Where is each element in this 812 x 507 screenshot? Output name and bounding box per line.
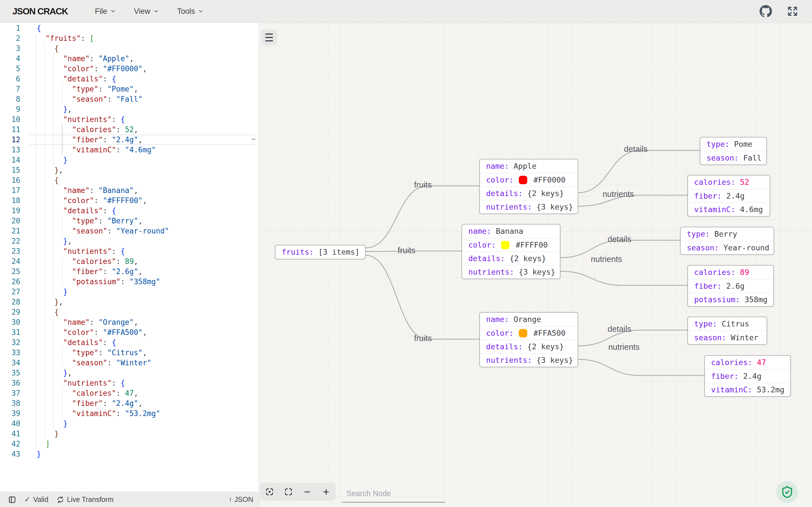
graph-node-apple-details[interactable]: type: Pomeseason: Fall: [700, 137, 767, 165]
code-line-26[interactable]: 26 "potassium": "358mg": [0, 277, 259, 287]
code-line-15[interactable]: 15 },: [0, 165, 259, 175]
code-line-27[interactable]: 27 }: [0, 287, 259, 297]
code-line-37[interactable]: 37 "calories": 47,: [0, 388, 259, 398]
graph-node-orange-details[interactable]: type: Citrusseason: Winter: [688, 317, 767, 345]
code-line-6[interactable]: 6 "details": {: [0, 74, 259, 84]
node-row: vitaminC: 53.2mg: [705, 383, 790, 396]
line-number: 34: [0, 358, 20, 368]
node-row: name: Apple: [480, 159, 578, 173]
code-text: "calories": 52,: [37, 124, 138, 135]
code-line-21[interactable]: 21 "season": "Year-round": [0, 226, 259, 236]
node-key: season:: [687, 241, 723, 255]
graph-node-orange[interactable]: name: Orangecolor: #FFA500details: {2 ke…: [479, 312, 578, 367]
format-selector[interactable]: ↑ JSON: [229, 496, 253, 504]
code-line-20[interactable]: 20 "type": "Berry",: [0, 216, 259, 226]
node-row: type: Berry: [680, 227, 774, 241]
node-key: nutrients:: [486, 200, 537, 214]
node-row: calories: 89: [688, 266, 773, 279]
fullscreen-icon[interactable]: [786, 5, 799, 17]
graph-node-orange-nutrients[interactable]: calories: 47fiber: 2.4gvitaminC: 53.2mg: [704, 355, 791, 397]
search-node-input[interactable]: [346, 489, 447, 498]
edge-label-fruits: fruits: [398, 246, 416, 255]
privacy-badge[interactable]: [776, 481, 798, 503]
code-line-7[interactable]: 7 "type": "Pome",: [0, 84, 259, 94]
code-line-41[interactable]: 41 }: [0, 429, 259, 439]
menu-file[interactable]: File: [95, 7, 116, 16]
node-row: season: Winter: [688, 331, 767, 344]
graph-node-banana-nutrients[interactable]: calories: 89fiber: 2.6gpotassium: 358mg: [688, 265, 774, 307]
code-line-43[interactable]: 43}: [0, 449, 259, 459]
json-editor[interactable]: 1{2 "fruits": [3 {4 "name": "Apple",5 "c…: [0, 23, 259, 492]
code-line-34[interactable]: 34 "season": "Winter": [0, 358, 259, 368]
zoom-in-button[interactable]: +: [318, 484, 334, 500]
menu-tools[interactable]: Tools: [177, 7, 204, 16]
code-line-9[interactable]: 9 },: [0, 104, 259, 114]
code-line-25[interactable]: 25 "fiber": "2.6g",: [0, 267, 259, 277]
graph-menu-button[interactable]: [261, 29, 277, 45]
live-transform-toggle[interactable]: Live Transform: [56, 496, 114, 504]
code-line-3[interactable]: 3 {: [0, 43, 259, 54]
code-line-11[interactable]: 11 "calories": 52,: [0, 124, 259, 135]
code-line-33[interactable]: 33 "type": "Citrus",: [0, 348, 259, 358]
panel-divider[interactable]: [259, 23, 259, 507]
zoom-out-button[interactable]: −: [299, 484, 315, 500]
code-text: "fiber": "2.4g",: [37, 135, 143, 145]
graph-node-apple-nutrients[interactable]: calories: 52fiber: 2.4gvitaminC: 4.6mg: [688, 175, 770, 217]
code-text: {: [37, 307, 59, 317]
code-line-14[interactable]: 14 }: [0, 155, 259, 165]
edge-label-details: details: [608, 325, 631, 334]
code-line-12[interactable]: 12 "fiber": "2.4g",: [0, 135, 259, 145]
code-line-23[interactable]: 23 "nutrients": {: [0, 246, 259, 256]
code-line-36[interactable]: 36 "nutrients": {: [0, 378, 259, 388]
graph-node-banana[interactable]: name: Bananacolor: #FFFF00details: {2 ke…: [462, 224, 560, 279]
code-line-8[interactable]: 8 "season": "Fall": [0, 94, 259, 104]
node-value: Apple: [514, 159, 537, 173]
focus-node-button[interactable]: [262, 484, 277, 500]
graph-node-banana-details[interactable]: type: Berryseason: Year-round: [680, 227, 774, 255]
node-key: details:: [486, 340, 527, 353]
code-line-13[interactable]: 13 "vitaminC": "4.6mg": [0, 145, 259, 155]
format-label: JSON: [234, 496, 253, 504]
code-line-4[interactable]: 4 "name": "Apple",: [0, 54, 259, 64]
code-line-19[interactable]: 19 "details": {: [0, 206, 259, 216]
github-icon[interactable]: [760, 5, 772, 17]
fit-view-button[interactable]: [281, 484, 296, 500]
menu-view[interactable]: View: [134, 7, 159, 16]
code-line-29[interactable]: 29 {: [0, 307, 259, 317]
graph-node-root[interactable]: fruits: [3 items]: [275, 245, 366, 260]
code-line-5[interactable]: 5 "color": "#FF0000",: [0, 64, 259, 74]
code-line-17[interactable]: 17 "name": "Banana",: [0, 185, 259, 195]
code-text: {: [37, 175, 59, 185]
node-key: vitaminC:: [711, 383, 757, 397]
code-line-22[interactable]: 22 },: [0, 236, 259, 246]
code-line-10[interactable]: 10 "nutrients": {: [0, 114, 259, 124]
code-line-39[interactable]: 39 "vitaminC": "53.2mg": [0, 408, 259, 418]
code-line-1[interactable]: 1{: [0, 23, 259, 33]
code-line-24[interactable]: 24 "calories": 89,: [0, 256, 259, 267]
hamburger-icon: [265, 40, 273, 41]
code-line-30[interactable]: 30 "name": "Orange",: [0, 317, 259, 327]
line-number: 15: [0, 165, 20, 175]
toggle-editor-button[interactable]: [8, 496, 16, 504]
edge-label-nutrients: nutrients: [603, 189, 634, 199]
graph-canvas[interactable]: fruits: [3 items]name: Applecolor: #FF00…: [259, 23, 812, 507]
code-line-32[interactable]: 32 "details": {: [0, 337, 259, 348]
code-line-35[interactable]: 35 },: [0, 368, 259, 378]
code-line-31[interactable]: 31 "color": "#FFA500",: [0, 327, 259, 337]
app-logo[interactable]: JSON CRACK: [12, 6, 68, 17]
code-line-2[interactable]: 2 "fruits": [: [0, 33, 259, 43]
code-line-18[interactable]: 18 "color": "#FFFF00",: [0, 195, 259, 206]
code-line-16[interactable]: 16 {: [0, 175, 259, 185]
node-row: details: {2 keys}: [480, 340, 578, 353]
node-key: season:: [707, 151, 743, 165]
code-line-38[interactable]: 38 "fiber": "2.4g",: [0, 398, 259, 408]
hamburger-icon: [265, 37, 273, 38]
node-key: details:: [468, 252, 509, 265]
graph-node-apple[interactable]: name: Applecolor: #FF0000details: {2 key…: [479, 159, 578, 214]
node-value: Fall: [743, 151, 762, 165]
code-line-28[interactable]: 28 },: [0, 297, 259, 307]
code-line-42[interactable]: 42 ]: [0, 439, 259, 449]
code-line-40[interactable]: 40 }: [0, 418, 259, 429]
node-value: [3 items]: [318, 245, 359, 259]
code-text: },: [37, 165, 63, 175]
